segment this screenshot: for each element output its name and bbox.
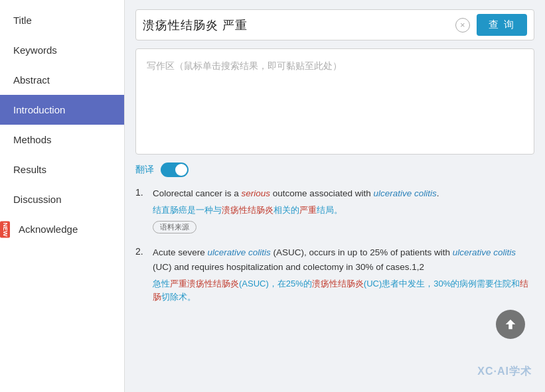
result-number: 1. bbox=[135, 186, 147, 233]
en-text-part: ulcerative colitis bbox=[453, 247, 516, 257]
en-text-part: Colorectal cancer is a bbox=[153, 188, 242, 198]
cn-text-part: 相关的 bbox=[273, 205, 299, 215]
result-en-text[interactable]: Acute severe ulcerative colitis (ASUC), … bbox=[153, 245, 534, 274]
writing-area-placeholder: 写作区（鼠标单击搜索结果，即可黏贴至此处） bbox=[147, 60, 342, 71]
writing-area[interactable]: 写作区（鼠标单击搜索结果，即可黏贴至此处） bbox=[135, 48, 534, 155]
sidebar-item-title[interactable]: Title bbox=[0, 5, 124, 35]
cn-text-part: 结局。 bbox=[317, 205, 343, 215]
result-number: 2. bbox=[135, 245, 147, 308]
arrow-up-icon bbox=[503, 317, 518, 332]
search-query-text: 溃疡性结肠炎 严重 bbox=[143, 17, 455, 33]
cn-text-part: 结直肠癌是一种与 bbox=[153, 205, 222, 215]
result-content: Acute severe ulcerative colitis (ASUC), … bbox=[153, 245, 534, 308]
sidebar-item-label: Discussion bbox=[13, 194, 62, 205]
result-list: 1.Colorectal cancer is a serious outcome… bbox=[135, 186, 534, 308]
en-text-part: outcome associated with bbox=[270, 188, 373, 198]
sidebar: TitleKeywordsAbstractIntroductionMethods… bbox=[0, 0, 125, 392]
en-text-part: ulcerative colitis bbox=[208, 247, 271, 257]
new-badge: NEW bbox=[0, 221, 10, 237]
cn-text-part: 严重 bbox=[299, 205, 317, 215]
cn-text-part: 溃疡性结肠炎 bbox=[222, 205, 273, 215]
en-text-part: ulcerative colitis bbox=[373, 188, 436, 198]
cn-text-part: (ASUC)，在25%的 bbox=[239, 279, 312, 289]
cn-text-part: 溃疡性结肠炎 bbox=[312, 279, 364, 289]
main-content: 溃疡性结肠炎 严重 × 查 询 写作区（鼠标单击搜索结果，即可黏贴至此处） 翻译… bbox=[125, 0, 545, 392]
sidebar-item-label: Introduction bbox=[13, 104, 65, 115]
sidebar-item-label: Results bbox=[13, 164, 46, 175]
sidebar-item-abstract[interactable]: Abstract bbox=[0, 65, 124, 95]
sidebar-item-label: Keywords bbox=[13, 44, 57, 56]
watermark: XC·AI学术 bbox=[477, 365, 532, 379]
sidebar-item-methods[interactable]: Methods bbox=[0, 125, 124, 155]
scroll-up-button[interactable] bbox=[496, 310, 525, 339]
query-button[interactable]: 查 询 bbox=[477, 14, 527, 36]
sidebar-item-label: Methods bbox=[13, 134, 52, 145]
cn-text-part: 严重溃疡性结肠炎 bbox=[170, 279, 239, 289]
source-tag[interactable]: 语料来源 bbox=[153, 221, 196, 233]
clear-button[interactable]: × bbox=[455, 18, 470, 33]
cn-text-part: 急性 bbox=[153, 279, 170, 289]
result-cn-text[interactable]: 结直肠癌是一种与溃疡性结肠炎相关的严重结局。 bbox=[153, 204, 534, 218]
translate-label: 翻译 bbox=[135, 164, 154, 176]
result-cn-text[interactable]: 急性严重溃疡性结肠炎(ASUC)，在25%的溃疡性结肠炎(UC)患者中发生，30… bbox=[153, 277, 534, 305]
en-text-part: Acute severe bbox=[153, 247, 208, 257]
translate-row: 翻译 bbox=[135, 163, 534, 177]
sidebar-item-acknowledge[interactable]: NEWAcknowledge bbox=[0, 214, 124, 244]
result-item: 2.Acute severe ulcerative colitis (ASUC)… bbox=[135, 245, 534, 308]
en-text-part: serious bbox=[242, 188, 271, 198]
cn-text-part: 切除术。 bbox=[161, 292, 196, 302]
result-item: 1.Colorectal cancer is a serious outcome… bbox=[135, 186, 534, 233]
search-bar: 溃疡性结肠炎 严重 × 查 询 bbox=[135, 9, 534, 40]
sidebar-item-label: Acknowledge bbox=[19, 224, 78, 235]
translate-toggle[interactable] bbox=[161, 163, 189, 177]
en-text-part: . bbox=[437, 188, 439, 198]
sidebar-item-label: Abstract bbox=[13, 74, 50, 86]
sidebar-item-introduction[interactable]: Introduction bbox=[0, 95, 124, 125]
result-en-text[interactable]: Colorectal cancer is a serious outcome a… bbox=[153, 186, 534, 201]
en-text-part: (ASUC), occurs in up to 25% of patients … bbox=[271, 247, 453, 257]
result-content: Colorectal cancer is a serious outcome a… bbox=[153, 186, 534, 233]
sidebar-item-label: Title bbox=[13, 15, 32, 26]
en-text-part: (UC) and requires hospitalization and co… bbox=[153, 262, 424, 272]
sidebar-item-discussion[interactable]: Discussion bbox=[0, 184, 124, 214]
sidebar-item-results[interactable]: Results bbox=[0, 155, 124, 184]
cn-text-part: (UC)患者中发生，30%的病例需要住院和 bbox=[364, 279, 520, 289]
sidebar-item-keywords[interactable]: Keywords bbox=[0, 35, 124, 65]
